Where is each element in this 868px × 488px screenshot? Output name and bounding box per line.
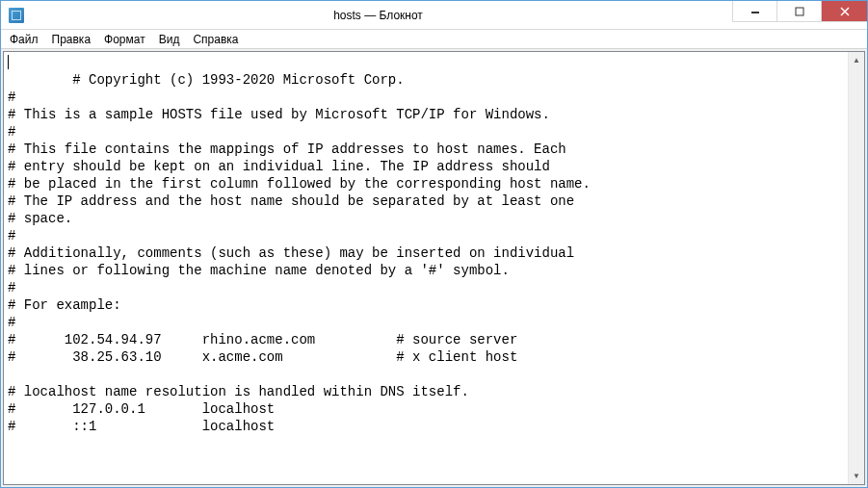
maximize-icon <box>795 7 804 16</box>
titlebar[interactable]: hosts — Блокнот <box>1 1 867 30</box>
svg-rect-0 <box>751 12 759 13</box>
minimize-icon <box>750 7 760 16</box>
text-caret <box>8 55 9 69</box>
menu-view[interactable]: Вид <box>152 31 187 48</box>
menu-file[interactable]: Файл <box>3 31 45 48</box>
close-icon <box>840 7 850 16</box>
editor-text: # Copyright (c) 1993-2020 Microsoft Corp… <box>8 72 591 434</box>
window-controls <box>732 1 867 29</box>
maximize-button[interactable] <box>776 1 821 22</box>
menu-help[interactable]: Справка <box>186 31 245 48</box>
menubar: Файл Правка Формат Вид Справка <box>1 30 867 49</box>
text-editor[interactable]: # Copyright (c) 1993-2020 Microsoft Corp… <box>4 52 848 484</box>
scrollbar-track[interactable] <box>849 68 864 468</box>
chevron-down-icon: ▼ <box>853 472 860 480</box>
editor-container: # Copyright (c) 1993-2020 Microsoft Corp… <box>1 49 867 487</box>
menu-format[interactable]: Формат <box>97 31 152 48</box>
notepad-window: hosts — Блокнот Файл Правка Формат Вид С… <box>0 0 868 488</box>
svg-rect-1 <box>796 8 803 15</box>
scroll-down-button[interactable]: ▼ <box>849 468 864 484</box>
vertical-scrollbar[interactable]: ▲ ▼ <box>848 52 864 484</box>
app-icon <box>9 8 24 23</box>
scroll-up-button[interactable]: ▲ <box>849 52 864 68</box>
minimize-button[interactable] <box>732 1 776 22</box>
menu-edit[interactable]: Правка <box>45 31 98 48</box>
close-button[interactable] <box>821 1 867 22</box>
chevron-up-icon: ▲ <box>853 56 860 64</box>
editor-border: # Copyright (c) 1993-2020 Microsoft Corp… <box>3 51 865 485</box>
window-title: hosts — Блокнот <box>24 9 732 22</box>
